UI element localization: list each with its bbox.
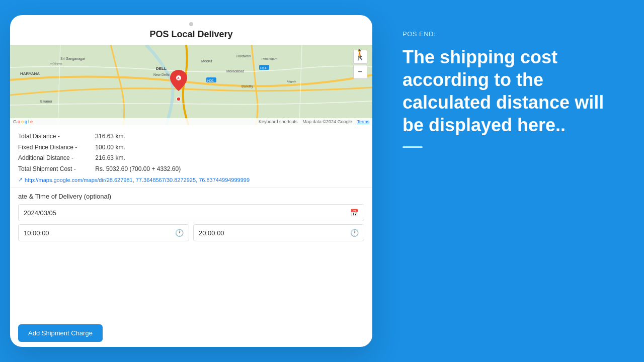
- card-title-bar: POS Local Delivery: [10, 15, 372, 45]
- end-time-input[interactable]: [199, 229, 350, 237]
- shipping-headline: The shipping cost according to the calcu…: [403, 46, 624, 136]
- svg-text:New Delhi: New Delhi: [153, 73, 170, 76]
- svg-text:श्रीगंगानगर: श्रीगंगानगर: [50, 62, 62, 66]
- add-shipment-button[interactable]: Add Shipment Charge: [18, 324, 103, 342]
- street-view-icon[interactable]: 🚶: [354, 49, 366, 61]
- google-logo: G o o g l e: [13, 119, 33, 124]
- svg-text:A: A: [177, 76, 180, 80]
- svg-point-20: [177, 97, 181, 101]
- info-section: Total Distance - 316.63 km. Fixed Price …: [10, 125, 372, 188]
- map-footer: G o o g l e Keyboard shortcuts Map data …: [10, 118, 372, 125]
- svg-text:Haldwani: Haldwani: [236, 54, 251, 58]
- svg-text:Bareilly: Bareilly: [242, 84, 253, 88]
- fixed-price-row: Fixed Price Distance - 100.00 km.: [18, 142, 364, 153]
- map-link[interactable]: http://maps.google.com/maps/dir/28.62798…: [25, 177, 250, 183]
- date-input-wrapper[interactable]: 📅: [18, 204, 364, 221]
- total-distance-row: Total Distance - 316.63 km.: [18, 131, 364, 142]
- card-title: POS Local Delivery: [149, 29, 232, 39]
- zoom-out-button[interactable]: −: [353, 65, 367, 79]
- svg-text:HARYANA: HARYANA: [20, 71, 40, 76]
- card-dot: [189, 22, 193, 26]
- map-footer-text: Keyboard shortcuts Map data ©2024 Google…: [259, 119, 369, 124]
- svg-text:Pithoragarh: Pithoragarh: [262, 57, 277, 60]
- btn-section: Add Shipment Charge: [10, 319, 372, 347]
- pos-end-label: POS END:: [403, 30, 624, 38]
- date-input[interactable]: [24, 209, 350, 217]
- map-link-row: ↗ http://maps.google.com/maps/dir/28.627…: [18, 176, 364, 183]
- map-container: HARYANA DELL New Delhi Sri Ganganagar श्…: [10, 45, 372, 125]
- svg-text:Meerut: Meerut: [201, 59, 212, 63]
- start-time-input[interactable]: [24, 229, 175, 237]
- map-background: HARYANA DELL New Delhi Sri Ganganagar श्…: [10, 45, 372, 125]
- map-svg: HARYANA DELL New Delhi Sri Ganganagar श्…: [10, 45, 372, 125]
- shipment-cost-row: Total Shipment Cost - Rs. 5032.60 (700.0…: [18, 164, 364, 175]
- svg-text:Moradabad: Moradabad: [226, 69, 245, 73]
- end-time-wrapper[interactable]: 🕐: [193, 224, 364, 241]
- svg-text:H14: H14: [260, 66, 267, 70]
- svg-text:Bikaner: Bikaner: [40, 100, 52, 103]
- svg-text:Aligarh: Aligarh: [287, 80, 296, 83]
- external-link-icon: ↗: [18, 176, 23, 183]
- calendar-icon: 📅: [350, 209, 359, 217]
- start-time-wrapper[interactable]: 🕐: [18, 224, 189, 241]
- additional-distance-row: Additional Distance - 216.63 km.: [18, 153, 364, 164]
- datetime-section: ate & Time of Delivery (optional) 📅 🕐 🕐: [10, 188, 372, 246]
- time-row: 🕐 🕐: [18, 224, 364, 241]
- right-panel: POS END: The shipping cost according to …: [382, 0, 644, 362]
- left-panel: POS Local Delivery: [0, 0, 382, 362]
- start-clock-icon: 🕐: [175, 229, 184, 237]
- datetime-label: ate & Time of Delivery (optional): [18, 193, 364, 200]
- svg-text:Sri Ganganagar: Sri Ganganagar: [60, 57, 86, 61]
- card: POS Local Delivery: [10, 15, 372, 347]
- end-clock-icon: 🕐: [350, 229, 359, 237]
- headline-divider: [403, 146, 423, 148]
- svg-text:H01: H01: [207, 79, 214, 82]
- svg-text:DELL: DELL: [156, 66, 167, 71]
